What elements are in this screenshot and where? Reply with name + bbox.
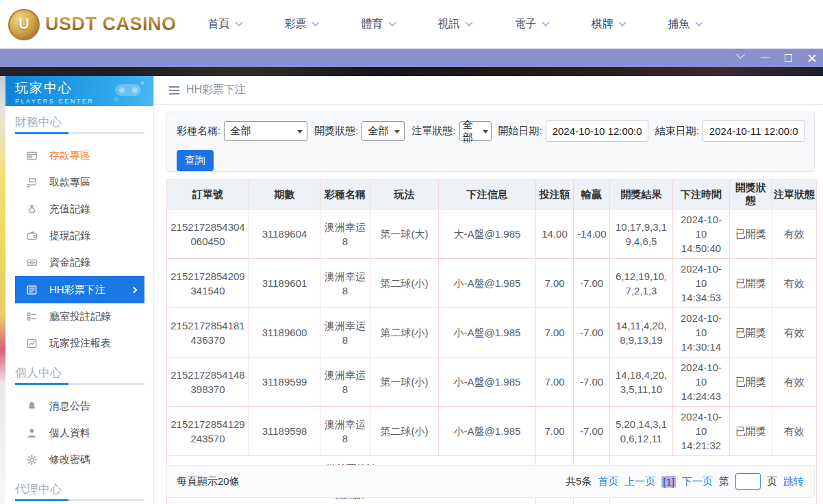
table-cell: 7.00 bbox=[536, 357, 574, 407]
bell-icon bbox=[26, 401, 38, 412]
table-cell: 有效 bbox=[772, 407, 817, 456]
hamburger-icon[interactable] bbox=[169, 84, 179, 97]
brand-logo[interactable]: U USDT CASINO bbox=[8, 9, 177, 40]
background-image-left-edge bbox=[0, 76, 5, 504]
table-cell: 2152172854148398370 bbox=[167, 357, 249, 407]
maximize-icon bbox=[785, 54, 792, 62]
table-cell: -7.00 bbox=[574, 308, 610, 357]
sidebar-item-HH彩票下注[interactable]: HH彩票下注 bbox=[15, 276, 144, 303]
sidebar-item-個人資料[interactable]: 個人資料 bbox=[5, 420, 153, 446]
table-cell: 2024-10-10 14:24:43 bbox=[673, 357, 730, 407]
nav-item-3[interactable]: 體育 bbox=[362, 17, 395, 32]
nav-item-7[interactable]: 捕魚 bbox=[668, 17, 702, 32]
column-header: 開獎狀態 bbox=[730, 180, 772, 210]
table-header-row: 訂單號期數彩種名稱玩法下注信息投注額輸贏開獎結果下注時間開獎狀態注單狀態 bbox=[167, 180, 817, 210]
chevron-right-icon bbox=[131, 286, 138, 293]
sidebar: 玩家中心 PLAYERS CENTER 財務中心存款專區取款專區充值記錄提現記錄… bbox=[5, 76, 154, 504]
table-cell: 已開獎 bbox=[730, 210, 772, 259]
chevron-down-icon bbox=[618, 18, 626, 26]
breadcrumb: HH彩票下注 bbox=[154, 76, 823, 105]
table-cell: 大-A盤@1.985 bbox=[439, 210, 536, 259]
window-close-button[interactable] bbox=[807, 53, 816, 62]
table-cell: -7.00 bbox=[574, 357, 610, 407]
table-cell: 澳洲幸运8 bbox=[320, 210, 370, 259]
sidebar-item-資金記錄[interactable]: 資金記錄 bbox=[5, 249, 153, 276]
table-cell: -14.00 bbox=[574, 210, 610, 259]
table-cell: 2024-10-10 14:34:53 bbox=[673, 259, 730, 308]
window-maximize-button[interactable] bbox=[784, 53, 793, 62]
table-cell: 澳洲幸运8 bbox=[320, 357, 370, 407]
lottery-type-select[interactable]: 全部 bbox=[224, 121, 307, 141]
table-row: 215217285420934154031189601澳洲幸运8第二球(小)小-… bbox=[167, 259, 817, 308]
casino-logo-icon: U bbox=[8, 9, 40, 40]
table-cell: 第二球(小) bbox=[370, 407, 439, 456]
start-date-label: 開始日期: bbox=[498, 125, 542, 138]
nav-item-4[interactable]: 視訊 bbox=[438, 17, 472, 32]
next-page-link[interactable]: 下一页 bbox=[682, 475, 713, 488]
end-date-label: 結束日期: bbox=[655, 125, 699, 138]
bets-table: 訂單號期數彩種名稱玩法下注信息投注額輸贏開獎結果下注時間開獎狀態注單狀態 215… bbox=[166, 179, 817, 504]
nav-item-6[interactable]: 棋牌 bbox=[592, 17, 625, 32]
table-cell: 31189600 bbox=[249, 308, 320, 357]
table-cell: 31189601 bbox=[249, 259, 320, 308]
table-cell: 已開獎 bbox=[730, 308, 772, 357]
nav-item-5[interactable]: 電子 bbox=[515, 17, 548, 32]
sidebar-item-充值記錄[interactable]: 充值記錄 bbox=[5, 196, 153, 223]
start-date-input[interactable] bbox=[546, 121, 648, 142]
sidebar-item-玩家投注報表[interactable]: 玩家投注報表 bbox=[5, 330, 153, 357]
table-cell: -7.00 bbox=[574, 259, 610, 308]
sidebar-item-取款專區[interactable]: 取款專區 bbox=[5, 169, 153, 196]
report-icon bbox=[26, 338, 38, 349]
first-page-link[interactable]: 首页 bbox=[598, 475, 618, 488]
table-cell: 小-A盤@1.985 bbox=[439, 407, 536, 456]
nav-item-label: 棋牌 bbox=[592, 17, 613, 32]
sidebar-item-修改密碼[interactable]: 修改密碼 bbox=[5, 446, 153, 473]
table-cell: 2152172854129243570 bbox=[167, 407, 249, 456]
table-cell: 2024-10-10 14:50:40 bbox=[673, 210, 730, 259]
jump-link[interactable]: 跳转 bbox=[783, 475, 804, 488]
sidebar-menu: 存款專區取款專區充值記錄提現記錄資金記錄HH彩票下注廳室投註記錄玩家投注報表 bbox=[5, 142, 153, 357]
table-cell: 第二球(小) bbox=[370, 259, 439, 308]
order-status-select[interactable]: 全部 bbox=[459, 121, 492, 141]
table-cell: 14.00 bbox=[536, 210, 574, 259]
window-minimize-button[interactable] bbox=[761, 53, 770, 62]
draw-status-select[interactable]: 全部 bbox=[362, 121, 405, 141]
table-cell: 澳洲幸运8 bbox=[320, 308, 370, 357]
lottery-type-label: 彩種名稱: bbox=[177, 125, 220, 138]
chevron-down-icon bbox=[465, 18, 472, 26]
end-date-input[interactable] bbox=[702, 121, 805, 142]
total-count: 共5条 bbox=[566, 475, 592, 488]
table-cell: 澳洲幸运8 bbox=[320, 259, 370, 308]
sidebar-item-消息公告[interactable]: 消息公告 bbox=[5, 393, 153, 420]
window-collapse-button[interactable] bbox=[737, 53, 746, 62]
prev-page-link[interactable]: 上一页 bbox=[624, 475, 655, 488]
section-divider bbox=[15, 132, 144, 134]
nav-item-label: 視訊 bbox=[438, 17, 460, 32]
nav-item-2[interactable]: 彩票 bbox=[285, 17, 318, 32]
page-number-input[interactable] bbox=[735, 473, 761, 490]
room-bets-icon bbox=[26, 311, 38, 323]
column-header: 輸贏 bbox=[574, 180, 610, 210]
table-cell: 小-A盤@1.985 bbox=[439, 308, 536, 357]
table-cell: 澳洲幸运8 bbox=[320, 407, 370, 456]
withdrawal-record-icon bbox=[26, 230, 38, 242]
table-footer: 每頁顯示20條 共5条 首页 上一页 [1] 下一页 第 页 跳转 bbox=[166, 465, 815, 498]
section-divider bbox=[15, 499, 144, 501]
recharge-record-icon bbox=[26, 203, 38, 215]
table-cell: 2152172854209341540 bbox=[167, 259, 249, 308]
nav-item-label: 首頁 bbox=[208, 17, 230, 32]
page-size-text: 每頁顯示20條 bbox=[177, 475, 240, 488]
profile-icon bbox=[26, 427, 38, 439]
sidebar-item-提現記錄[interactable]: 提現記錄 bbox=[5, 223, 153, 249]
sidebar-item-廳室投註記錄[interactable]: 廳室投註記錄 bbox=[5, 303, 153, 330]
search-button[interactable]: 查詢 bbox=[177, 150, 214, 171]
chevron-down-icon bbox=[542, 18, 549, 26]
pagination: 共5条 首页 上一页 [1] 下一页 第 页 跳转 bbox=[566, 473, 804, 490]
nav-item-1[interactable]: 首頁 bbox=[208, 17, 242, 32]
funds-record-icon bbox=[26, 257, 38, 268]
table-cell: 有效 bbox=[772, 308, 817, 357]
table-cell: 有效 bbox=[772, 210, 817, 259]
table-cell: 已開獎 bbox=[730, 407, 772, 456]
sidebar-item-存款專區[interactable]: 存款專區 bbox=[5, 142, 153, 169]
jump-prefix-label: 第 bbox=[719, 475, 729, 488]
